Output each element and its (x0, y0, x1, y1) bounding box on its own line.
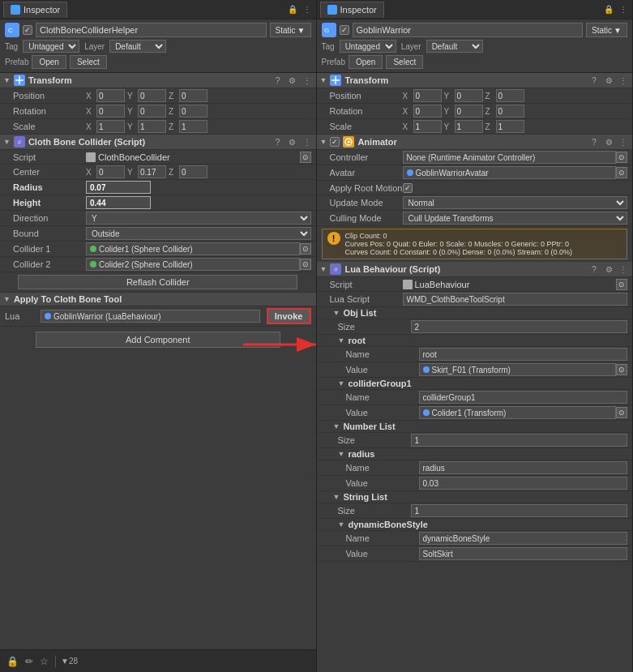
right-pos-x[interactable] (413, 89, 442, 102)
right-radius-header[interactable]: ▼ radius (317, 448, 633, 460)
left-add-component-btn[interactable]: Add Component (36, 332, 280, 348)
right-static-btn[interactable]: Static ▼ (586, 23, 627, 37)
left-object-name-input[interactable] (36, 23, 267, 37)
left-center-y[interactable] (138, 165, 166, 178)
right-radius-name-input[interactable] (419, 461, 628, 474)
left-pos-x[interactable] (96, 89, 125, 102)
right-root-header[interactable]: ▼ root (317, 335, 633, 347)
right-lua-help[interactable]: ? (588, 263, 600, 275)
right-apply-root-checkbox[interactable] (403, 183, 413, 193)
right-radius-val-input[interactable] (419, 477, 628, 490)
right-obj-list-header[interactable]: ▼ Obj List (317, 307, 633, 319)
right-scale-y[interactable] (455, 120, 483, 133)
left-static-btn[interactable]: Static ▼ (270, 23, 311, 37)
right-string-list-header[interactable]: ▼ String List (317, 491, 633, 503)
right-select-btn[interactable]: Select (386, 55, 423, 69)
right-lua-script-input[interactable] (403, 293, 628, 306)
right-animator-menu[interactable]: ⋮ (618, 136, 629, 148)
right-root-name-input[interactable] (419, 348, 628, 361)
right-dynamic-name-input[interactable] (419, 532, 628, 545)
right-rot-y[interactable] (455, 105, 483, 118)
right-animator-settings[interactable]: ⚙ (603, 136, 614, 148)
left-cloth-help[interactable]: ? (272, 136, 284, 148)
left-transform-settings[interactable]: ⚙ (287, 75, 298, 86)
right-animator-header[interactable]: ▼ Animator ? ⚙ ⋮ (317, 135, 633, 150)
right-animator-help[interactable]: ? (588, 136, 600, 148)
right-dynamic-header[interactable]: ▼ dynamicBoneStyle (317, 519, 633, 531)
right-active-checkbox[interactable] (340, 25, 349, 35)
left-direction-dropdown[interactable]: Y X Z (86, 212, 311, 225)
right-rot-x[interactable] (413, 105, 442, 118)
right-update-mode-dropdown[interactable]: Normal (403, 196, 628, 209)
left-radius-input[interactable] (86, 181, 151, 194)
right-transform-settings[interactable]: ⚙ (603, 75, 614, 86)
left-scale-x[interactable] (96, 120, 125, 133)
left-rot-y[interactable] (138, 105, 166, 118)
right-collider-name-input[interactable] (419, 391, 628, 404)
right-obj-size-input[interactable] (411, 320, 628, 333)
right-transform-help[interactable]: ? (588, 75, 600, 86)
right-pos-y[interactable] (455, 89, 483, 102)
left-transform-menu[interactable]: ⋮ (302, 75, 313, 86)
right-animator-checkbox[interactable] (330, 137, 340, 147)
left-active-checkbox[interactable] (23, 25, 32, 35)
right-string-size-input[interactable] (411, 504, 628, 517)
right-collider-group-header[interactable]: ▼ colliderGroup1 (317, 378, 633, 390)
left-invoke-btn[interactable]: Invoke (267, 308, 311, 324)
right-object-name-input[interactable] (353, 23, 584, 37)
left-select-btn[interactable]: Select (70, 55, 107, 69)
right-scale-x[interactable] (413, 120, 442, 133)
left-pos-y[interactable] (138, 89, 166, 102)
right-inspector-tab[interactable]: Inspector (320, 2, 384, 18)
left-rot-z[interactable] (179, 105, 207, 118)
left-scale-y[interactable] (138, 120, 166, 133)
right-layer-dropdown[interactable]: Default (426, 40, 483, 53)
left-bound-dropdown[interactable]: Outside Inside (86, 227, 311, 240)
left-toolbar-paint-btn[interactable]: ✏ (24, 654, 35, 669)
left-pos-z[interactable] (179, 89, 207, 102)
right-dynamic-val-input[interactable] (419, 547, 628, 560)
left-tag-dropdown[interactable]: Untagged (23, 40, 79, 53)
right-lock-btn[interactable]: 🔒 (603, 4, 614, 15)
left-apply-header[interactable]: ▼ Apply To Cloth Bone Tool (0, 293, 316, 306)
left-scale-z[interactable] (179, 120, 207, 133)
left-open-btn[interactable]: Open (32, 55, 66, 69)
right-number-size-input[interactable] (411, 434, 628, 447)
right-culling-dropdown[interactable]: Cull Update Transforms (403, 212, 628, 225)
right-controller-ref-btn[interactable]: ⊙ (616, 152, 627, 163)
right-tag-dropdown[interactable]: Untagged (340, 40, 396, 53)
right-transform-menu[interactable]: ⋮ (618, 75, 629, 86)
right-lua-header[interactable]: ▼ # Lua Behaviour (Script) ? ⚙ ⋮ (317, 262, 633, 277)
left-toolbar-lock-btn[interactable]: 🔒 (5, 654, 20, 669)
right-scale-z[interactable] (496, 120, 524, 133)
right-open-btn[interactable]: Open (349, 55, 383, 69)
right-number-list-header[interactable]: ▼ Number List (317, 421, 633, 433)
left-height-input[interactable] (86, 196, 151, 209)
right-collider-ref-btn[interactable]: ⊙ (616, 407, 627, 418)
left-menu-btn[interactable]: ⋮ (302, 4, 313, 15)
right-transform-header[interactable]: ▼ Transform ? ⚙ ⋮ (317, 73, 633, 88)
left-layer-dropdown[interactable]: Default (109, 40, 166, 53)
left-script-ref-btn[interactable]: ⊙ (300, 152, 311, 163)
left-center-x[interactable] (96, 165, 125, 178)
right-avatar-ref-btn[interactable]: ⊙ (616, 167, 627, 178)
left-transform-header[interactable]: ▼ Transform ? ⚙ ⋮ (0, 73, 316, 88)
right-lua-script-ref-btn[interactable]: ⊙ (616, 279, 627, 290)
right-rot-z[interactable] (496, 105, 524, 118)
right-lua-settings[interactable]: ⚙ (603, 263, 614, 275)
left-col2-ref-btn[interactable]: ⊙ (300, 259, 311, 270)
left-reflash-btn[interactable]: Reflash Collider (18, 275, 297, 289)
left-inspector-tab[interactable]: Inspector (3, 2, 67, 18)
left-lock-btn[interactable]: 🔒 (287, 4, 298, 15)
right-pos-z[interactable] (496, 89, 524, 102)
left-transform-help[interactable]: ? (272, 75, 284, 86)
right-lua-menu[interactable]: ⋮ (618, 263, 629, 275)
left-rot-x[interactable] (96, 105, 125, 118)
left-cloth-header[interactable]: ▼ # Cloth Bone Collider (Script) ? ⚙ ⋮ (0, 135, 316, 150)
left-toolbar-star-btn[interactable]: ☆ (38, 654, 50, 669)
left-col1-ref-btn[interactable]: ⊙ (300, 243, 311, 255)
left-center-z[interactable] (179, 165, 207, 178)
left-cloth-menu[interactable]: ⋮ (302, 136, 313, 148)
left-cloth-settings[interactable]: ⚙ (287, 136, 298, 148)
right-menu-btn[interactable]: ⋮ (618, 4, 629, 15)
